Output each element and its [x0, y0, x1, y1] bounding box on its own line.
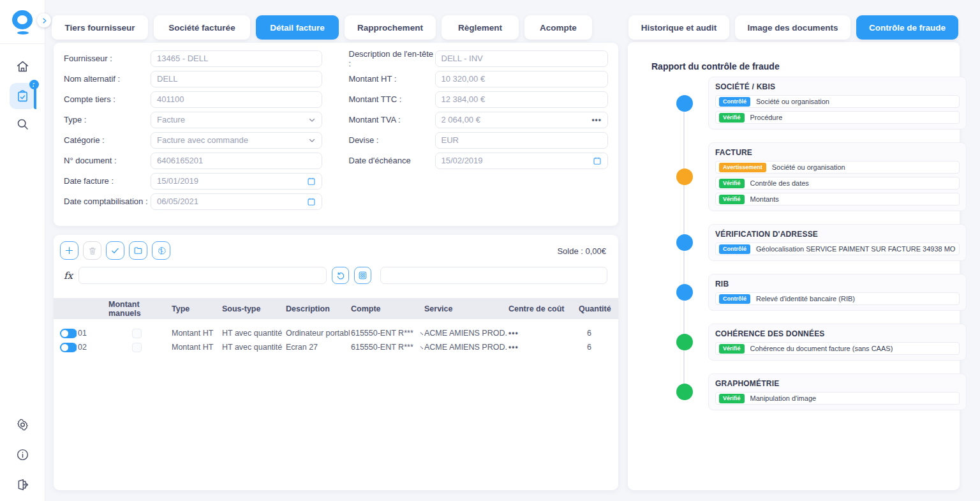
sidebar-item-tasks[interactable]: 2: [10, 83, 36, 109]
numero-document-field[interactable]: 6406165201: [151, 153, 322, 169]
fraud-section-graphometrie: GRAPHOMÉTRIE Vérifié Manipulation d'imag…: [651, 373, 943, 410]
fournisseur-field[interactable]: 13465 - DELL: [151, 50, 322, 67]
calculator-button[interactable]: [354, 267, 371, 284]
fraud-check-item[interactable]: Vérifié Montants: [715, 193, 960, 206]
fraud-section-facture: FACTURE Avertissement Société ou organis…: [651, 142, 943, 211]
date-facture-field[interactable]: 15/01/2019: [151, 173, 322, 190]
status-badge: Vérifié: [719, 179, 745, 188]
home-icon: [16, 60, 29, 73]
fraud-check-item[interactable]: Contrôlé Société ou organisation: [715, 95, 960, 108]
invoice-tab-bar: Tiers fournisseur Société facturée Détai…: [52, 15, 592, 40]
cell-centre-cout[interactable]: •••: [507, 329, 577, 338]
fraud-check-item[interactable]: Vérifié Procédure: [715, 111, 960, 124]
sidebar-item-search[interactable]: [10, 111, 36, 137]
fx-secondary-input[interactable]: [380, 267, 607, 284]
cell-service-select[interactable]: ACME AMIENS PROD...: [423, 343, 507, 352]
montant-ttc-field[interactable]: 12 384,00 €: [435, 91, 609, 108]
more-options-icon[interactable]: •••: [591, 116, 602, 124]
add-icon: [64, 246, 74, 255]
header-compte: Compte: [350, 304, 423, 313]
calculator-icon: [358, 271, 368, 280]
chevron-right-icon: [41, 17, 48, 24]
fraud-report-title: Rapport du contrôle de fraude: [651, 61, 943, 71]
audit-tab-bar: Historique et audit Image des documents …: [628, 15, 958, 40]
formula-row: fx: [54, 267, 618, 284]
status-badge: Contrôlé: [719, 294, 750, 304]
calendar-icon[interactable]: [307, 197, 316, 206]
type-select[interactable]: Facture: [151, 112, 322, 128]
cell-centre-cout[interactable]: •••: [507, 343, 577, 352]
sidebar-item-logout[interactable]: [10, 472, 36, 498]
cell-service-select[interactable]: ACME AMIENS PROD...: [423, 329, 507, 338]
date-facture-label: Date facture :: [64, 176, 151, 186]
tab-image-documents[interactable]: Image des documents: [735, 15, 850, 40]
montant-ht-field[interactable]: 10 320,00 €: [435, 71, 609, 87]
fraud-check-item[interactable]: Avertissement Société ou organisation: [715, 161, 960, 174]
tasks-clipboard-icon: [16, 89, 29, 103]
cell-quantite: 6: [577, 343, 618, 352]
status-badge: Vérifié: [719, 344, 745, 354]
ai-assist-button[interactable]: [152, 241, 170, 260]
nom-alternatif-field[interactable]: DELL: [151, 71, 322, 87]
calendar-icon[interactable]: [307, 177, 316, 186]
chevron-down-icon: [308, 137, 316, 144]
validate-lines-button[interactable]: [106, 241, 124, 260]
sidebar-item-info[interactable]: [10, 442, 36, 468]
folder-button[interactable]: [129, 241, 147, 260]
compte-tiers-label: Compte tiers :: [64, 94, 151, 104]
description-entete-field[interactable]: DELL - INV: [435, 50, 609, 67]
devise-field[interactable]: EUR: [435, 132, 609, 149]
row-toggle[interactable]: [60, 343, 77, 352]
tab-controle-fraude[interactable]: Contrôle de fraude: [856, 15, 958, 40]
table-row: 02 Montant HT HT avec quantité Ecran 27 …: [54, 340, 618, 354]
cell-compte-select[interactable]: 615550-ENT R***: [350, 329, 423, 338]
cell-compte-select[interactable]: 615550-ENT R***: [350, 343, 423, 352]
date-echeance-field[interactable]: 15/02/2019: [435, 153, 609, 169]
header-type: Type: [170, 304, 221, 313]
fraud-check-item[interactable]: Vérifié Manipulation d'image: [715, 392, 960, 405]
montant-tva-label: Montant TVA :: [349, 115, 435, 124]
compte-tiers-field[interactable]: 401100: [151, 91, 322, 108]
sidebar: 2: [0, 0, 45, 501]
fraud-section-verification-adresse: VÉRIFICATION D'ADRESSE Contrôlé Géolocal…: [651, 224, 943, 261]
delete-line-button[interactable]: [83, 241, 101, 260]
sidebar-item-home[interactable]: [10, 54, 36, 80]
date-comptabilisation-field[interactable]: 06/05/2021: [151, 193, 322, 210]
tab-tiers-fournisseur[interactable]: Tiers fournisseur: [52, 15, 148, 40]
fraud-section-title: FACTURE: [715, 148, 960, 157]
fraud-check-item[interactable]: Vérifié Cohérence du document facture (s…: [715, 342, 960, 355]
status-dot: [676, 284, 693, 301]
fraud-section-title: SOCIÉTÉ / KBIS: [715, 82, 960, 91]
tab-detail-facture[interactable]: Détail facture: [256, 15, 339, 40]
tab-reglement[interactable]: Règlement: [442, 15, 519, 40]
montant-manuel-checkbox[interactable]: [132, 329, 142, 338]
fraud-check-item[interactable]: Contrôlé Géolocalisation SERVICE PAIMENT…: [715, 243, 960, 255]
table-row: 01 Montant HT HT avec quantité Ordinateu…: [54, 326, 618, 340]
categorie-select[interactable]: Facture avec commande: [151, 132, 322, 149]
reset-icon: [336, 271, 345, 280]
tab-societe-facturee[interactable]: Société facturée: [154, 15, 250, 40]
sidebar-expand-button[interactable]: [37, 13, 51, 27]
montant-manuel-checkbox[interactable]: [132, 343, 142, 352]
devise-label: Devise :: [349, 135, 435, 145]
montant-tva-field[interactable]: 2 064,00 € •••: [435, 112, 609, 128]
fraud-check-item[interactable]: Vérifié Contrôle des dates: [715, 177, 960, 190]
tab-acompte[interactable]: Acompte: [524, 15, 592, 40]
nom-alternatif-label: Nom alternatif :: [64, 74, 151, 84]
tab-rapprochement[interactable]: Rapprochement: [345, 15, 436, 40]
tab-historique-audit[interactable]: Historique et audit: [628, 15, 729, 40]
cell-type: Montant HT: [170, 329, 221, 338]
fx-formula-input[interactable]: [78, 267, 327, 284]
chevron-down-icon: [308, 116, 316, 124]
sidebar-item-settings[interactable]: [10, 412, 36, 438]
fraud-check-item[interactable]: Contrôlé Relevé d'identité bancaire (RIB…: [715, 292, 960, 305]
row-toggle[interactable]: [60, 329, 77, 338]
settings-gear-icon: [16, 418, 29, 431]
header-montant-manuels: Montant manuels: [107, 300, 170, 318]
calendar-icon[interactable]: [593, 156, 602, 165]
reset-formula-button[interactable]: [332, 267, 349, 284]
add-line-button[interactable]: [60, 241, 78, 260]
description-entete-label: Description de l'en-tête :: [349, 49, 435, 68]
invoice-lines-panel: Solde : 0,00€ fx Montant manuels Type So…: [54, 235, 618, 490]
cell-sous-type: HT avec quantité: [221, 343, 285, 352]
